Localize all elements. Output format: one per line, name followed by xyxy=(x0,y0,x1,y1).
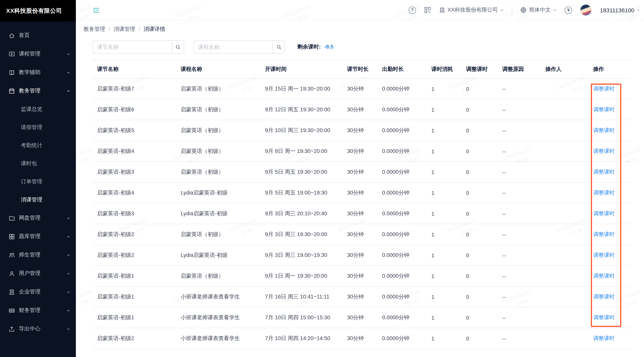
sidebar-subitem-order-management[interactable]: 订单管理 xyxy=(0,172,76,191)
sidebar-item-teaching-aid[interactable]: 教学辅助 xyxy=(0,63,76,82)
collapse-menu-icon[interactable] xyxy=(92,6,100,14)
cell-start-time: 9月 8日 周一 19:30~20:00 xyxy=(265,141,347,162)
course-name-input[interactable] xyxy=(193,40,273,54)
cell-actions: 调整课时 xyxy=(593,286,630,307)
chevron-down-icon xyxy=(66,327,70,331)
cell-attendance-duration: 0.0000分钟 xyxy=(382,99,432,120)
chevron-down-icon xyxy=(66,290,70,294)
cell-hours-consumed: 1 xyxy=(432,245,466,266)
sidebar-item-academic-affairs[interactable]: 教务管理 xyxy=(0,82,76,100)
globe-icon xyxy=(520,7,527,13)
cell-session-name: 启蒙英语-初级5 xyxy=(92,120,181,141)
cell-hours-consumed: 1 xyxy=(432,203,466,224)
cell-adjusted-hours: 0 xyxy=(466,99,502,120)
col-session-duration: 课节时长 xyxy=(347,60,382,78)
adjust-hours-link[interactable]: 调整课时 xyxy=(593,210,615,216)
sidebar-subitem-monitor-overview[interactable]: 监课总览 xyxy=(0,100,76,118)
cell-operator xyxy=(546,203,593,224)
cell-adjust-reason: -- xyxy=(502,120,546,141)
cell-attendance-duration: 0.0000分钟 xyxy=(382,182,432,203)
sidebar-item-question-bank[interactable]: 题库管理 xyxy=(0,227,76,246)
cell-adjusted-hours: 0 xyxy=(466,141,502,162)
cell-hours-consumed: 1 xyxy=(432,266,466,286)
cell-hours-consumed: 1 xyxy=(432,120,466,141)
course-search-button[interactable] xyxy=(273,40,285,54)
language-selector[interactable]: 简体中文 xyxy=(520,6,557,14)
enterprise-icon xyxy=(8,289,15,295)
breadcrumb-separator: / xyxy=(139,26,140,32)
breadcrumb-item-academic-affairs[interactable]: 教务管理 xyxy=(84,26,105,33)
adjust-hours-link[interactable]: 调整课时 xyxy=(593,272,615,279)
session-name-input[interactable] xyxy=(92,40,172,54)
cell-attendance-duration: 0.0000分钟 xyxy=(382,266,432,286)
cell-start-time: 9月 5日 周五 19:00~19:30 xyxy=(265,182,347,203)
adjust-hours-link[interactable]: 调整课时 xyxy=(593,85,615,92)
cell-adjusted-hours: 0 xyxy=(466,224,502,245)
cell-actions: 调整课时 xyxy=(593,224,630,245)
sidebar-subitem-hour-package[interactable]: 课时包 xyxy=(0,154,76,172)
cell-hours-consumed: 1 xyxy=(432,141,466,162)
cell-hours-consumed: 1 xyxy=(432,286,466,307)
sidebar-subitem-lesson-cancel-management[interactable]: 消课管理 xyxy=(0,191,76,209)
cell-adjust-reason: -- xyxy=(502,162,546,182)
currency-icon[interactable]: ¥ xyxy=(565,6,572,14)
cell-actions: 调整课时 xyxy=(593,266,630,286)
cell-session-duration: 30分钟 xyxy=(347,78,382,99)
bank-icon xyxy=(8,233,15,240)
cell-adjust-reason: -- xyxy=(502,224,546,245)
breadcrumb-item-lesson-cancel[interactable]: 消课管理 xyxy=(114,26,135,33)
adjust-hours-link[interactable]: 调整课时 xyxy=(593,335,615,341)
table-header-row: 课节名称 课程名称 开课时间 课节时长 出勤时长 课时消耗 调整课时 调整原因 … xyxy=(92,60,630,78)
cell-adjusted-hours: 0 xyxy=(466,203,502,224)
account-selector[interactable]: 18311136100 xyxy=(600,7,640,13)
sidebar-item-teacher-student[interactable]: 师生管理 xyxy=(0,246,76,264)
cell-session-duration: 30分钟 xyxy=(347,120,382,141)
col-attendance-duration: 出勤时长 xyxy=(382,60,432,78)
adjust-hours-link[interactable]: 调整课时 xyxy=(593,252,615,258)
user-avatar[interactable] xyxy=(580,4,592,16)
sidebar-item-netdisk-management[interactable]: 网盘管理 xyxy=(0,209,76,227)
sidebar-item-enterprise-management[interactable]: 企业管理 xyxy=(0,283,76,301)
sidebar-item-course-management[interactable]: 课程管理 xyxy=(0,45,76,63)
cell-start-time: 9月 3日 周三 19:30~20:00 xyxy=(265,224,347,245)
sidebar-subitem-leave-management[interactable]: 请假管理 xyxy=(0,118,76,136)
sidebar-item-user-management[interactable]: 用户管理 xyxy=(0,264,76,283)
table-row: 启蒙英语-初级1 小班课老师课表查看学生 7月 16日 周三 10:41~11:… xyxy=(92,286,630,307)
adjust-hours-link[interactable]: 调整课时 xyxy=(593,168,615,175)
cell-session-name: 启蒙英语-初级7 xyxy=(92,78,181,99)
course-search-group xyxy=(193,40,285,54)
adjust-hours-link[interactable]: 调整课时 xyxy=(593,314,615,320)
cell-actions: 调整课时 xyxy=(593,120,630,141)
cell-session-duration: 30分钟 xyxy=(347,245,382,266)
col-start-time: 开课时间 xyxy=(265,60,347,78)
cell-attendance-duration: 0.0000分钟 xyxy=(382,245,432,266)
cell-attendance-duration: 0.0000分钟 xyxy=(382,286,432,307)
cell-course-name: 小班课老师课表查看学生 xyxy=(181,307,265,328)
cell-actions: 调整课时 xyxy=(593,307,630,328)
qr-code-icon[interactable] xyxy=(424,6,431,14)
adjust-hours-link[interactable]: 调整课时 xyxy=(593,106,615,112)
app-root: XX科技股份有限公司 首页 课程管理 教学辅助 教务管理 监课总览 请假管理 考… xyxy=(0,0,644,357)
sidebar-item-home[interactable]: 首页 xyxy=(0,26,76,45)
adjust-hours-link[interactable]: 调整课时 xyxy=(593,189,615,196)
cell-start-time: 9月 12日 周五 19:30~20:00 xyxy=(265,99,347,120)
cell-start-time: 9月 1日 周一 19:30~20:00 xyxy=(265,266,347,286)
cell-adjusted-hours: 0 xyxy=(466,307,502,328)
cell-session-name: 启蒙英语-初级2 xyxy=(92,328,181,349)
adjust-hours-link[interactable]: 调整课时 xyxy=(593,231,615,237)
help-icon[interactable]: ? xyxy=(409,6,416,14)
adjust-hours-link[interactable]: 调整课时 xyxy=(593,293,615,300)
session-search-button[interactable] xyxy=(172,40,184,54)
sidebar-item-export-center[interactable]: 导出中心 xyxy=(0,320,76,338)
account-phone: 18311136100 xyxy=(600,7,634,13)
cell-operator xyxy=(546,307,593,328)
cell-adjust-reason: -- xyxy=(502,99,546,120)
sidebar-subitem-attendance-stats[interactable]: 考勤统计 xyxy=(0,136,76,154)
adjust-hours-link[interactable]: 调整课时 xyxy=(593,148,615,154)
cell-adjusted-hours: 0 xyxy=(466,78,502,99)
sidebar-item-finance-management[interactable]: 财务管理 xyxy=(0,301,76,320)
adjust-hours-link[interactable]: 调整课时 xyxy=(593,127,615,133)
org-selector[interactable]: XX科技股份有限公司 xyxy=(439,6,504,14)
table-row: 启蒙英语-初级4 Lydia启蒙英语-初级 9月 5日 周五 19:00~19:… xyxy=(92,182,630,203)
cell-actions: 调整课时 xyxy=(593,182,630,203)
